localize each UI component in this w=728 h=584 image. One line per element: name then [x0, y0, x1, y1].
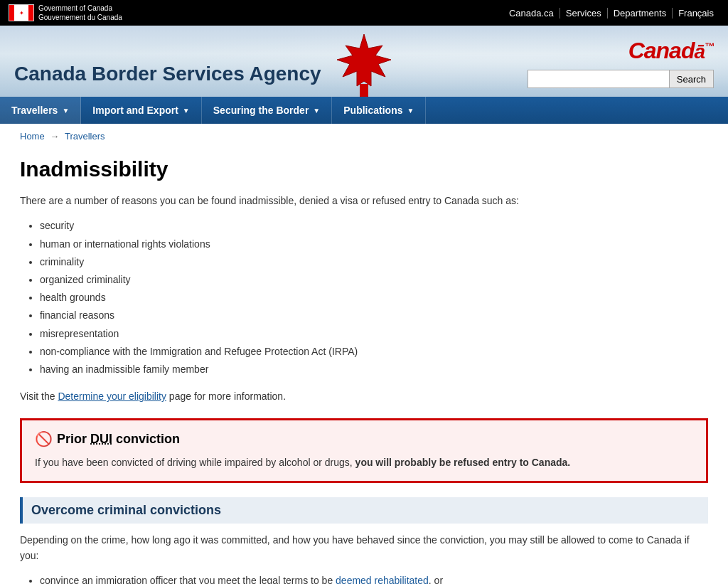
francais-link[interactable]: Français: [673, 8, 719, 18]
list-item: financial reasons: [40, 307, 708, 324]
warning-title: 🚫 Prior DUI conviction: [35, 430, 693, 447]
nav-securing-border-arrow: ▼: [313, 107, 320, 115]
government-logo: Government of Canada Gouvernement du Can…: [9, 4, 122, 22]
nav-import-export[interactable]: Import and Export ▼: [81, 97, 201, 124]
svg-rect-1: [360, 84, 368, 97]
nav-securing-border[interactable]: Securing the Border ▼: [202, 97, 333, 124]
eligibility-text: Visit the Determine your eligibility pag…: [20, 388, 708, 404]
nav-publications[interactable]: Publications ▼: [332, 97, 426, 124]
overcome-section: Overcome criminal convictions Depending …: [20, 497, 708, 584]
overcome-section-title: Overcome criminal convictions: [20, 497, 708, 524]
list-item: organized criminality: [40, 271, 708, 289]
maple-leaf-container: [332, 29, 396, 97]
gov-branding: Government of Canada Gouvernement du Can…: [9, 4, 122, 22]
eligibility-link[interactable]: Determine your eligibility: [58, 391, 166, 402]
warning-body: If you have been convicted of driving wh…: [35, 455, 693, 470]
header-right: Canadā™ Search: [528, 38, 714, 97]
search-input[interactable]: [528, 70, 670, 88]
search-bar: Search: [528, 70, 714, 88]
canada-ca-link[interactable]: Canada.ca: [503, 8, 560, 18]
canada-wordmark: Canadā™: [628, 38, 714, 64]
nav-publications-label: Publications: [343, 105, 402, 116]
site-header: Canada Border Services Agency Canadā™ Se…: [0, 26, 728, 97]
nav-securing-border-label: Securing the Border: [213, 105, 309, 116]
warning-bold-text: you will probably be refused entry to Ca…: [355, 457, 571, 468]
services-link[interactable]: Services: [560, 8, 608, 18]
content-wrapper: Home → Travellers Inadmissibility There …: [9, 124, 719, 584]
departments-link[interactable]: Departments: [608, 8, 673, 18]
gov-name: Government of Canada Gouvernement du Can…: [38, 4, 122, 22]
canada-flag: [9, 4, 34, 21]
breadcrumb-home[interactable]: Home: [20, 131, 45, 142]
list-item: health grounds: [40, 289, 708, 307]
list-item: human or international rights violations: [40, 235, 708, 253]
main-content: Inadmissibility There are a number of re…: [20, 146, 708, 584]
intro-text: There are a number of reasons you can be…: [20, 193, 708, 208]
maple-leaf-icon: [334, 33, 395, 97]
list-item: misrepresentation: [40, 325, 708, 343]
breadcrumb-current[interactable]: Travellers: [65, 131, 105, 142]
breadcrumb: Home → Travellers: [20, 124, 708, 146]
top-bar: Government of Canada Gouvernement du Can…: [0, 0, 728, 26]
nav-import-export-label: Import and Export: [92, 105, 178, 116]
warning-icon: 🚫: [35, 430, 53, 447]
reasons-list: security human or international rights v…: [40, 217, 708, 378]
list-item: non-compliance with the Immigration and …: [40, 343, 708, 361]
search-button[interactable]: Search: [670, 70, 714, 88]
top-nav-links: Canada.ca Services Departments Français: [503, 8, 719, 18]
nav-import-export-arrow: ▼: [183, 107, 190, 115]
list-item: convince an immigration officer that you…: [40, 571, 708, 584]
deemed-rehabilitated-link[interactable]: deemed rehabilitated: [336, 575, 429, 584]
overcome-list: convince an immigration officer that you…: [40, 571, 708, 584]
nav-bar: Travellers ▼ Import and Export ▼ Securin…: [0, 97, 728, 124]
list-item: security: [40, 217, 708, 235]
list-item: criminality: [40, 253, 708, 271]
list-item: having an inadmissible family member: [40, 361, 708, 378]
svg-marker-0: [337, 34, 391, 86]
agency-title: Canada Border Services Agency: [14, 63, 321, 97]
overcome-intro: Depending on the crime, how long ago it …: [20, 532, 708, 564]
nav-travellers-arrow: ▼: [62, 107, 69, 115]
warning-box: 🚫 Prior DUI conviction If you have been …: [20, 418, 708, 482]
nav-travellers-label: Travellers: [11, 105, 58, 116]
nav-travellers[interactable]: Travellers ▼: [0, 97, 81, 124]
page-title: Inadmissibility: [20, 157, 708, 181]
nav-publications-arrow: ▼: [407, 107, 414, 115]
warning-title-text: Prior DUI conviction: [57, 432, 180, 447]
breadcrumb-arrow: →: [50, 131, 62, 142]
dui-text: DUI: [90, 432, 112, 446]
